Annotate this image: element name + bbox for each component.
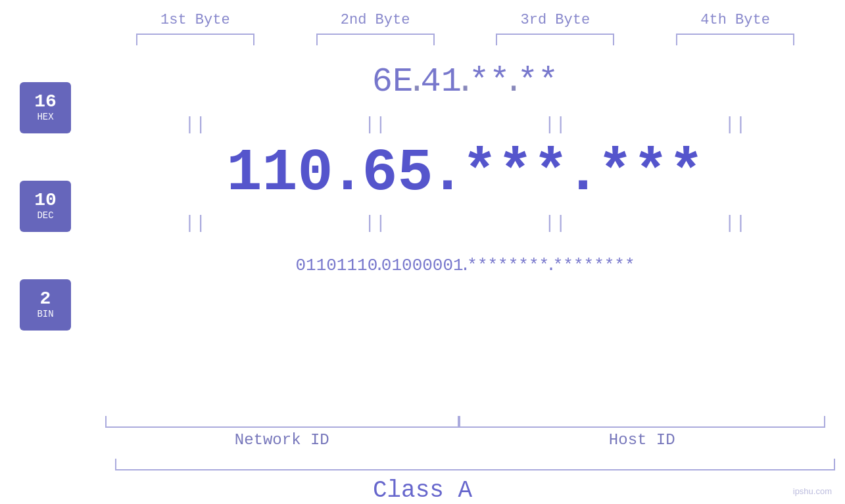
- byte4-header: 4th Byte: [650, 12, 821, 28]
- bracket-cell-1: [110, 34, 281, 45]
- main-container: 1st Byte 2nd Byte 3rd Byte 4th Byte 16 H…: [0, 0, 845, 504]
- byte-headers: 1st Byte 2nd Byte 3rd Byte 4th Byte: [0, 12, 845, 28]
- dec-b1: 110: [226, 140, 333, 207]
- bin-badge: 2 BIN: [20, 279, 71, 331]
- dot-dec-1: .: [329, 140, 365, 207]
- equals-row-1: || || || ||: [105, 111, 825, 137]
- eq2-b3: ||: [470, 213, 640, 233]
- bottom-brackets: [105, 416, 825, 428]
- bracket-cell-4: [650, 34, 821, 45]
- eq2-b1: ||: [110, 213, 281, 233]
- bin-b3: ********: [467, 256, 549, 275]
- eq1-b3: ||: [470, 114, 640, 135]
- host-id-label: Host ID: [459, 431, 825, 449]
- byte3-header: 3rd Byte: [470, 12, 640, 28]
- eq1-b2: ||: [290, 114, 461, 135]
- watermark: ipshu.com: [793, 486, 832, 496]
- eq1-b4: ||: [650, 114, 821, 135]
- host-bracket: [459, 416, 825, 428]
- base-labels: 16 HEX 10 DEC 2 BIN: [20, 52, 105, 354]
- full-bottom-bracket: [115, 459, 835, 470]
- network-id-label: Network ID: [105, 431, 459, 449]
- id-labels: Network ID Host ID: [105, 431, 825, 449]
- class-label: Class A: [373, 477, 472, 504]
- dec-badge: 10 DEC: [20, 181, 71, 232]
- bracket-cell-2: [290, 34, 461, 45]
- network-bracket: [105, 416, 459, 428]
- main-content: 16 HEX 10 DEC 2 BIN 6E . 41 . ** . **: [0, 52, 845, 413]
- bottom-section: Network ID Host ID: [0, 416, 845, 449]
- byte1-header: 1st Byte: [110, 12, 281, 28]
- bracket-top-3: [496, 34, 614, 45]
- dot-dec-2: .: [429, 140, 465, 207]
- top-brackets: [0, 34, 845, 45]
- bracket-top-2: [316, 34, 435, 45]
- dec-b4: ***: [598, 140, 704, 207]
- dec-b3: ***: [462, 140, 569, 207]
- bin-b2: 01000001: [381, 256, 464, 275]
- eq2-b2: ||: [290, 213, 461, 233]
- bracket-cell-3: [470, 34, 640, 45]
- hex-b4: **: [518, 62, 558, 101]
- eq2-b4: ||: [650, 213, 821, 233]
- hex-badge: 16 HEX: [20, 82, 71, 133]
- equals-row-2: || || || ||: [105, 210, 825, 236]
- hex-row: 6E . 41 . ** . **: [105, 52, 825, 111]
- byte2-header: 2nd Byte: [290, 12, 461, 28]
- bin-b1: 01101110: [295, 256, 377, 275]
- values-grid: 6E . 41 . ** . ** || || || || 110 . 65 .: [105, 52, 825, 295]
- bracket-top-1: [136, 34, 254, 45]
- bin-row: 01101110 . 01000001 . ******** . *******…: [105, 236, 825, 295]
- bin-b4: ********: [553, 256, 635, 275]
- eq1-b1: ||: [110, 114, 281, 135]
- bracket-top-4: [676, 34, 794, 45]
- dec-b2: 65: [362, 140, 433, 207]
- dec-row: 110 . 65 . *** . ***: [105, 137, 825, 210]
- dot-dec-3: .: [566, 140, 601, 207]
